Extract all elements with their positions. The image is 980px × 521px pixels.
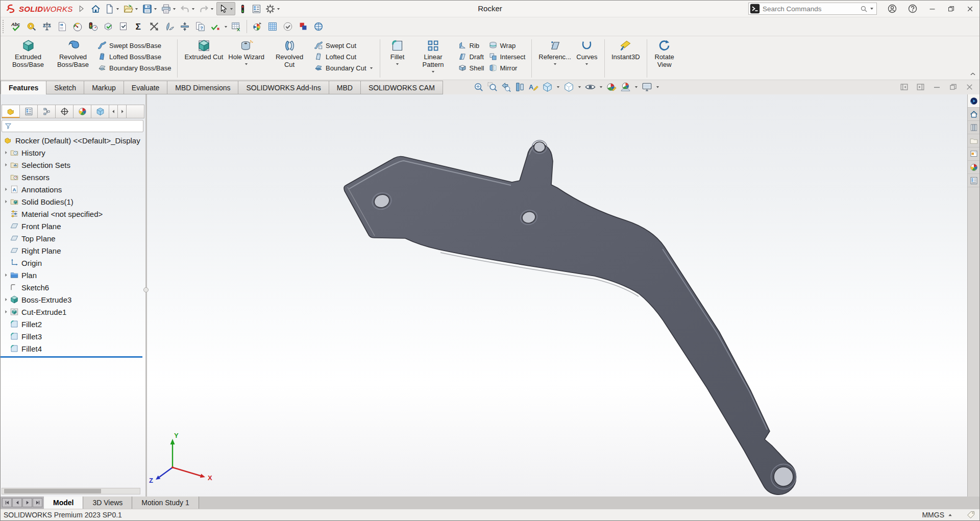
tree-filter-box[interactable]	[2, 120, 143, 132]
taskpane-3dexperience-button[interactable]	[968, 94, 979, 108]
caret-down-icon[interactable]	[369, 66, 374, 70]
search-commands-box[interactable]	[748, 3, 877, 15]
fm-tab-featuremanager-design-tree[interactable]	[2, 105, 20, 118]
close-button[interactable]	[966, 5, 974, 13]
taskpane-view-palette-button[interactable]	[968, 147, 979, 161]
previous-view-icon[interactable]	[500, 81, 512, 93]
taskpane-design-library-button[interactable]	[968, 121, 979, 134]
caret-down-icon[interactable]	[599, 85, 603, 89]
expand-arrow-icon[interactable]	[3, 199, 10, 204]
expand-arrow-icon[interactable]	[3, 297, 10, 302]
ribbon-wrap-button[interactable]: Wrap	[486, 40, 528, 51]
tab-mbd-dimensions[interactable]: MBD Dimensions	[167, 81, 238, 94]
performance-evaluation-button[interactable]	[70, 19, 85, 34]
tree-item-top-plane[interactable]: Top Plane	[1, 232, 145, 244]
ribbon-fillet-button[interactable]: Fillet	[384, 38, 411, 67]
assembly-visualization-button[interactable]	[85, 19, 101, 34]
fm-tab-displaymanager[interactable]	[74, 105, 91, 118]
pane-restore-icon[interactable]	[948, 82, 958, 92]
tree-scroll-right-button[interactable]	[118, 105, 127, 118]
pane-minimize-icon[interactable]	[932, 82, 942, 92]
caret-down-icon[interactable]	[210, 7, 214, 11]
select-button[interactable]	[216, 2, 235, 15]
tree-item-plan[interactable]: Plan	[1, 269, 145, 281]
expand-arrow-icon[interactable]	[3, 272, 10, 278]
sync-globe-button[interactable]	[311, 19, 326, 34]
ribbon-revolved-boss-base-button[interactable]: Revolved Boss/Base	[51, 38, 95, 69]
caret-down-icon[interactable]	[134, 7, 139, 11]
deviation-analysis-button[interactable]	[146, 19, 162, 34]
tree-horizontal-scrollbar[interactable]	[2, 488, 140, 494]
panel-collapse-handle[interactable]	[143, 287, 149, 292]
design-checker-button[interactable]	[116, 19, 131, 34]
tree-item-annotations[interactable]: AAnnotations	[1, 183, 145, 195]
search-input[interactable]	[763, 5, 860, 13]
fm-tab-display-pane[interactable]	[91, 105, 109, 118]
apply-scene-icon[interactable]	[620, 81, 631, 93]
tree-item-sensors[interactable]: Sensors	[1, 171, 145, 183]
ribbon-boundary-cut-button[interactable]: Boundary Cut	[312, 62, 376, 73]
caret-down-icon[interactable]	[224, 24, 228, 29]
tree-item-history[interactable]: History	[1, 146, 145, 159]
redo-button[interactable]	[198, 2, 215, 15]
search-icon[interactable]	[860, 5, 868, 13]
ribbon-mirror-button[interactable]: Mirror	[486, 62, 528, 73]
expand-arrow-icon[interactable]	[3, 162, 10, 167]
spell-check-button[interactable]: Abc	[9, 19, 24, 34]
rebuild-button[interactable]	[236, 2, 249, 15]
toolbar-grip[interactable]	[3, 20, 6, 33]
tree-root[interactable]: Rocker (Default) <<Default>_Display	[1, 134, 145, 146]
tree-item-fillet4[interactable]: Fillet4	[1, 342, 145, 355]
display-options-button[interactable]	[250, 2, 263, 15]
ribbon-boundary-boss-base-button[interactable]: Boundary Boss/Base	[95, 62, 173, 73]
open-button[interactable]	[122, 2, 140, 15]
hide-show-icon[interactable]	[584, 81, 596, 93]
tree-item-material-not-specified[interactable]: Material <not specified>	[1, 208, 145, 220]
doc-tab-motion-study-1[interactable]: Motion Study 1	[132, 497, 199, 509]
equations-button[interactable]: Σ	[131, 19, 146, 34]
zoom-area-icon[interactable]	[486, 81, 498, 93]
dock-pane-left-icon[interactable]	[899, 82, 909, 92]
ribbon-intersect-button[interactable]: Intersect	[486, 51, 528, 62]
save-button[interactable]	[141, 2, 159, 15]
caret-down-icon[interactable]	[153, 7, 158, 11]
caret-down-icon[interactable]	[556, 85, 560, 89]
previous-tab-button[interactable]	[12, 498, 22, 507]
last-tab-button[interactable]	[33, 498, 42, 507]
ribbon-rotate-view-button[interactable]: Rotate View	[651, 38, 678, 69]
tree-item-selection-sets[interactable]: Selection Sets	[1, 159, 145, 171]
taskpane-appearances-button[interactable]	[968, 161, 979, 174]
symmetry-check-button[interactable]	[177, 19, 192, 34]
rollback-bar[interactable]	[1, 356, 142, 358]
tree-item-right-plane[interactable]: Right Plane	[1, 244, 145, 257]
tree-item-fillet2[interactable]: Fillet2	[1, 318, 145, 330]
undo-button[interactable]	[179, 2, 197, 15]
tree-item-cut-extrude1[interactable]: Cut-Extrude1	[1, 306, 145, 318]
panel-divider[interactable]	[145, 94, 147, 497]
ribbon-swept-boss-base-button[interactable]: Swept Boss/Base	[95, 40, 173, 51]
taskpane-home-pane-button[interactable]	[968, 108, 979, 121]
ribbon-draft-button[interactable]: Draft	[456, 51, 486, 62]
tab-evaluate[interactable]: Evaluate	[124, 81, 167, 94]
first-tab-button[interactable]	[2, 498, 12, 507]
compare-documents-button[interactable]: ?	[192, 19, 208, 34]
ribbon-revolved-cut-button[interactable]: Revolved Cut	[267, 38, 312, 69]
fm-tab-propertymanager[interactable]	[20, 105, 38, 118]
restore-button[interactable]	[947, 5, 955, 13]
user-account-icon[interactable]	[887, 4, 897, 14]
lug-hole[interactable]	[534, 142, 545, 152]
pattern-preview-button[interactable]	[265, 19, 280, 34]
ribbon-extruded-boss-base-button[interactable]: Extruded Boss/Base	[6, 38, 51, 69]
fm-tab-configurationmanager[interactable]	[38, 105, 56, 118]
rocker-part[interactable]	[344, 140, 796, 494]
graphics-area[interactable]: Y X Z Rocker (Default) <<Default>_Displa…	[1, 94, 979, 497]
caret-down-icon[interactable]	[191, 7, 195, 11]
tree-item-fillet3[interactable]: Fillet3	[1, 330, 145, 342]
view-orientation-icon[interactable]	[542, 81, 553, 93]
doc-tab-3d-views[interactable]: 3D Views	[83, 497, 132, 509]
minimize-button[interactable]	[928, 5, 937, 13]
caret-down-icon[interactable]	[229, 7, 234, 11]
render-tools-button[interactable]	[250, 19, 265, 34]
ribbon-lofted-boss-base-button[interactable]: Lofted Boss/Base	[95, 51, 173, 62]
display-style-icon[interactable]	[563, 81, 575, 93]
